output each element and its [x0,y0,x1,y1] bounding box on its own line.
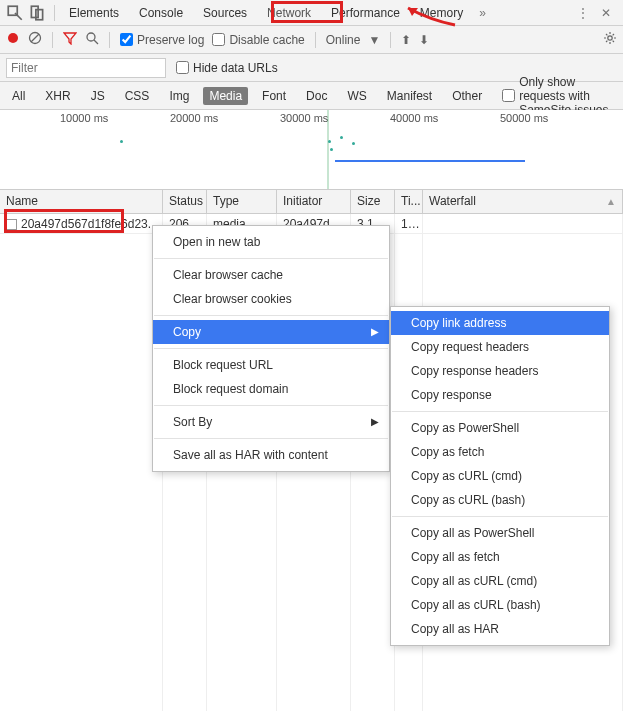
type-tab-xhr[interactable]: XHR [39,87,76,105]
submenu-copy-fetch[interactable]: Copy as fetch [391,440,609,464]
upload-icon[interactable]: ⬆ [401,33,411,47]
search-icon[interactable] [85,31,99,48]
filter-input[interactable] [6,58,166,78]
timeline-tick: 40000 ms [390,112,438,124]
col-size[interactable]: Size [351,190,395,213]
tab-network[interactable]: Network [257,2,321,24]
disable-cache-checkbox[interactable]: Disable cache [212,33,304,47]
disable-cache-label: Disable cache [229,33,304,47]
tab-console[interactable]: Console [129,2,193,24]
menu-separator [392,411,608,412]
disable-cache-input[interactable] [212,33,225,46]
context-menu: Open in new tab Clear browser cache Clea… [152,225,390,472]
menu-save-har[interactable]: Save all as HAR with content [153,443,389,467]
filter-icon[interactable] [63,31,77,48]
submenu-copy-all-curl-cmd[interactable]: Copy all as cURL (cmd) [391,569,609,593]
svg-point-3 [8,33,18,43]
separator [315,32,316,48]
submenu-copy-powershell[interactable]: Copy as PowerShell [391,416,609,440]
submenu-arrow-icon: ▶ [371,326,379,337]
clear-icon[interactable] [28,31,42,48]
col-status[interactable]: Status [163,190,207,213]
hide-data-urls-label: Hide data URLs [193,61,278,75]
submenu-copy-response[interactable]: Copy response [391,383,609,407]
col-time[interactable]: Ti... [395,190,423,213]
kebab-menu-icon[interactable]: ⋮ [571,6,595,20]
sort-icon: ▲ [606,196,616,207]
separator [109,32,110,48]
menu-block-domain[interactable]: Block request domain [153,377,389,401]
dropdown-icon[interactable]: ▼ [368,33,380,47]
submenu-copy-link-address[interactable]: Copy link address [391,311,609,335]
timeline-tick: 10000 ms [60,112,108,124]
submenu-copy-all-fetch[interactable]: Copy all as fetch [391,545,609,569]
close-icon[interactable]: ✕ [595,6,617,20]
svg-line-7 [94,40,98,44]
menu-copy[interactable]: Copy▶ [153,320,389,344]
preserve-log-input[interactable] [120,33,133,46]
throttling-select[interactable]: Online [326,33,361,47]
download-icon[interactable]: ⬇ [419,33,429,47]
type-tab-media[interactable]: Media [203,87,248,105]
hide-data-urls-input[interactable] [176,61,189,74]
timeline-tick: 30000 ms [280,112,328,124]
resource-type-tabs: All XHR JS CSS Img Media Font Doc WS Man… [0,82,623,110]
separator [390,32,391,48]
separator [52,32,53,48]
type-tab-css[interactable]: CSS [119,87,156,105]
devtools-tabs: Elements Console Sources Network Perform… [0,0,623,26]
menu-separator [154,438,388,439]
device-icon[interactable] [28,4,46,22]
timeline-tick: 20000 ms [170,112,218,124]
more-tabs-icon[interactable]: » [473,6,492,20]
submenu-copy-all-powershell[interactable]: Copy all as PowerShell [391,521,609,545]
timeline-tick: 50000 ms [500,112,548,124]
type-tab-doc[interactable]: Doc [300,87,333,105]
type-tab-img[interactable]: Img [163,87,195,105]
submenu-copy-curl-cmd[interactable]: Copy as cURL (cmd) [391,464,609,488]
type-tab-other[interactable]: Other [446,87,488,105]
svg-point-8 [608,36,612,40]
timeline-cursor [327,110,329,189]
menu-sort-by[interactable]: Sort By▶ [153,410,389,434]
menu-block-url[interactable]: Block request URL [153,353,389,377]
menu-open-new-tab[interactable]: Open in new tab [153,230,389,254]
svg-rect-1 [31,6,38,17]
timeline-bar [335,160,525,162]
submenu-copy-all-har[interactable]: Copy all as HAR [391,617,609,641]
tab-performance[interactable]: Performance [321,2,410,24]
separator [54,5,55,21]
menu-clear-cache[interactable]: Clear browser cache [153,263,389,287]
settings-icon[interactable] [603,31,617,48]
record-icon[interactable] [6,31,20,48]
samesite-input[interactable] [502,89,515,102]
type-tab-ws[interactable]: WS [341,87,372,105]
menu-separator [154,315,388,316]
type-tab-manifest[interactable]: Manifest [381,87,438,105]
svg-line-5 [31,34,39,42]
menu-clear-cookies[interactable]: Clear browser cookies [153,287,389,311]
menu-separator [154,348,388,349]
col-waterfall[interactable]: Waterfall▲ [423,190,623,213]
submenu-copy-all-curl-bash[interactable]: Copy all as cURL (bash) [391,593,609,617]
col-type[interactable]: Type [207,190,277,213]
tab-memory[interactable]: Memory [410,2,473,24]
submenu-copy-res-headers[interactable]: Copy response headers [391,359,609,383]
type-tab-all[interactable]: All [6,87,31,105]
col-initiator[interactable]: Initiator [277,190,351,213]
hide-data-urls-checkbox[interactable]: Hide data URLs [176,61,278,75]
col-name[interactable]: Name [0,190,163,213]
preserve-log-label: Preserve log [137,33,204,47]
svg-point-6 [87,33,95,41]
menu-separator [392,516,608,517]
timeline-overview[interactable]: 10000 ms 20000 ms 30000 ms 40000 ms 5000… [0,110,623,190]
inspect-icon[interactable] [6,4,24,22]
type-tab-font[interactable]: Font [256,87,292,105]
submenu-copy-curl-bash[interactable]: Copy as cURL (bash) [391,488,609,512]
submenu-copy-req-headers[interactable]: Copy request headers [391,335,609,359]
tab-elements[interactable]: Elements [59,2,129,24]
tab-sources[interactable]: Sources [193,2,257,24]
preserve-log-checkbox[interactable]: Preserve log [120,33,204,47]
network-toolbar: Preserve log Disable cache Online ▼ ⬆ ⬇ [0,26,623,54]
type-tab-js[interactable]: JS [85,87,111,105]
